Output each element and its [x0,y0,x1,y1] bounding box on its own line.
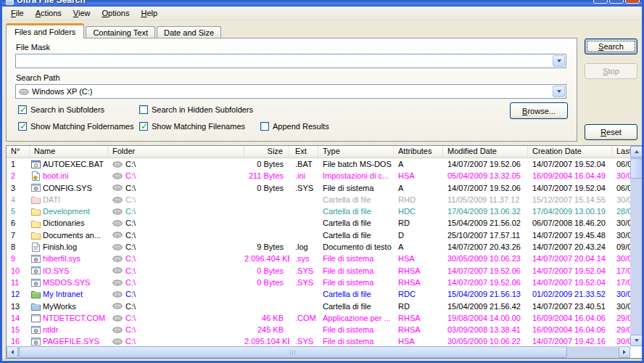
modified-date: 15/04/2009 21.56.02 [443,217,528,229]
row-number: 4 [7,194,30,205]
tab-containing-text[interactable]: Containing Text [86,26,155,38]
file-type: Applicazione per ... [318,312,394,324]
file-type: Documento di testo [318,241,394,253]
file-type: Cartella di file [318,194,394,205]
file-type: File di sistema [318,253,394,264]
system-file-icon [31,278,41,287]
file-ext: .SYS [289,265,318,277]
row-number: 2 [7,170,30,182]
vertical-scroll-thumb[interactable] [630,158,643,179]
table-row[interactable]: 13MyWorksC:\Cartella di fileRD15/04/2009… [7,301,643,312]
checkbox-search-in-subfolders[interactable]: Search in Subfolders [18,105,104,115]
menu-item-actions[interactable]: Actions [30,7,67,19]
column-header-folder[interactable]: Folder [108,146,244,158]
row-number: 11 [7,277,30,288]
tab-date-and-size[interactable]: Date and Size [157,26,221,38]
horizontal-scrollbar[interactable] [7,346,630,358]
file-attributes: HDC [394,205,443,217]
creation-date: 15/12/2007 15.14.55 [528,194,612,205]
file-attributes: A [394,182,443,194]
column-header-creation-date[interactable]: Creation Date [528,146,612,158]
table-row[interactable]: 15ntldrC:\245 KBFile di sistemaRHSA03/09… [7,324,643,335]
column-header-attributes[interactable]: Attributes [394,146,443,158]
file-ext: .sys [289,253,318,264]
batch-file-icon [31,160,41,169]
file-name: Documents an... [30,229,108,241]
maximize-button[interactable] [609,0,624,4]
table-row[interactable]: 14NTDETECT.COMC:\46 KB.COMApplicazione p… [7,312,643,324]
file-mask-dropdown-icon[interactable] [553,55,565,67]
table-row[interactable]: 7Documents an...C:\Cartella di fileD25/1… [7,229,643,241]
creation-date: 17/04/2009 13.00.19 [528,205,612,217]
row-number: 9 [7,253,30,264]
file-type: Cartella di file [318,301,394,312]
column-header-modified-date[interactable]: Modified Date [443,146,528,158]
table-header: N°NameFolderSizeExtTypeAttributesModifie… [7,146,630,158]
checkbox-show-matching-foldernames[interactable]: Show Matching Foldernames [18,121,133,131]
table-row[interactable]: 11MSDOS.SYSC:\0 Bytes.SYSFile di sistema… [7,277,643,288]
window-title: Ultra File Search [17,0,86,5]
column-header-ext[interactable]: Ext [289,146,318,158]
tab-files-and-folders[interactable]: Files and Folders [6,23,84,38]
file-folder: C:\ [108,312,244,324]
table-row[interactable]: 2boot.iniC:\211 Bytes.iniImpostazioni di… [7,170,643,182]
browse-button[interactable]: Browse... [510,102,568,119]
modified-date: 14/07/2007 19.52.06 [443,265,528,277]
file-size: 0 Bytes [244,265,289,277]
column-header-name[interactable]: Name [30,146,108,158]
results-table: N°NameFolderSizeExtTypeAttributesModifie… [6,145,643,359]
table-row[interactable]: 8Finish.logC:\9 Bytes.logDocumento di te… [7,241,643,253]
minimize-button[interactable] [593,0,608,4]
search-path-dropdown-icon[interactable] [553,86,565,97]
table-row[interactable]: 12My IntranetC:\Cartella di fileRDC15/04… [7,288,643,300]
table-row[interactable]: 1AUTOEXEC.BATC:\0 Bytes.BATFile batch MS… [7,158,643,170]
column-header-n[interactable]: N° [7,146,30,158]
modified-date: 14/07/2007 19.52.06 [443,158,528,170]
vertical-scrollbar[interactable] [630,146,643,346]
file-attributes: RHSA [394,324,443,335]
column-header-size[interactable]: Size [244,146,289,158]
modified-date: 11/05/2009 11.37.12 [443,194,528,205]
file-name: Dictionaries [30,217,108,229]
scroll-right-icon[interactable] [619,346,630,358]
file-mask-combo[interactable] [15,54,566,68]
file-folder: C:\ [108,241,244,253]
table-row[interactable]: 6DictionariesC:\Cartella di fileRD15/04/… [7,217,643,229]
creation-date: 01/02/2009 21.33.52 [528,288,612,300]
scroll-left-icon[interactable] [7,346,18,358]
drive-icon [112,315,123,322]
file-attributes: A [394,241,443,253]
table-row[interactable]: 5DevelopmentC:\Cartella di fileHDC17/04/… [7,205,643,217]
file-folder: C:\ [108,265,244,277]
file-ext: .ini [289,170,318,182]
checkbox-show-matching-filenames[interactable]: Show Matching Filenames [139,121,245,131]
checkbox-append-results[interactable]: Append Results [260,121,329,131]
file-name: Finish.log [30,241,108,253]
close-button[interactable] [625,0,640,4]
reset-button[interactable]: Reset [585,124,637,140]
file-folder: C:\ [108,253,244,264]
stop-button: Stop [585,63,637,79]
row-number: 5 [7,205,30,217]
menu-item-view[interactable]: View [67,7,96,19]
search-button[interactable]: Search [585,38,637,54]
table-row[interactable]: 3CONFIG.SYSC:\0 Bytes.SYSFile di sistema… [7,182,643,194]
table-row[interactable]: 10IO.SYSC:\0 Bytes.SYSFile di sistemaRHS… [7,265,643,277]
horizontal-scroll-thumb[interactable] [19,346,567,358]
file-ext: .SYS [289,277,318,288]
menu-item-help[interactable]: Help [135,7,163,19]
column-header-type[interactable]: Type [318,146,394,158]
file-attributes: RHSA [394,265,443,277]
table-row[interactable]: 4DATIC:\Cartella di fileRHD11/05/2009 11… [7,194,643,205]
search-path-combo[interactable]: Windows XP (C:) [15,84,566,99]
file-folder: C:\ [108,158,244,170]
checkbox-search-in-hidden-subfolders[interactable]: Search in Hidden Subfolders [139,105,253,115]
scroll-up-icon[interactable] [630,146,643,158]
scroll-down-icon[interactable] [630,335,643,346]
row-number: 15 [7,324,30,335]
search-path-value: Windows XP (C:) [32,87,93,96]
table-row[interactable]: 9hiberfil.sysC:\2.096.404 KB.sysFile di … [7,253,643,264]
menu-item-file[interactable]: File [5,7,30,19]
file-folder: C:\ [108,170,244,182]
menu-item-options[interactable]: Options [96,7,136,19]
